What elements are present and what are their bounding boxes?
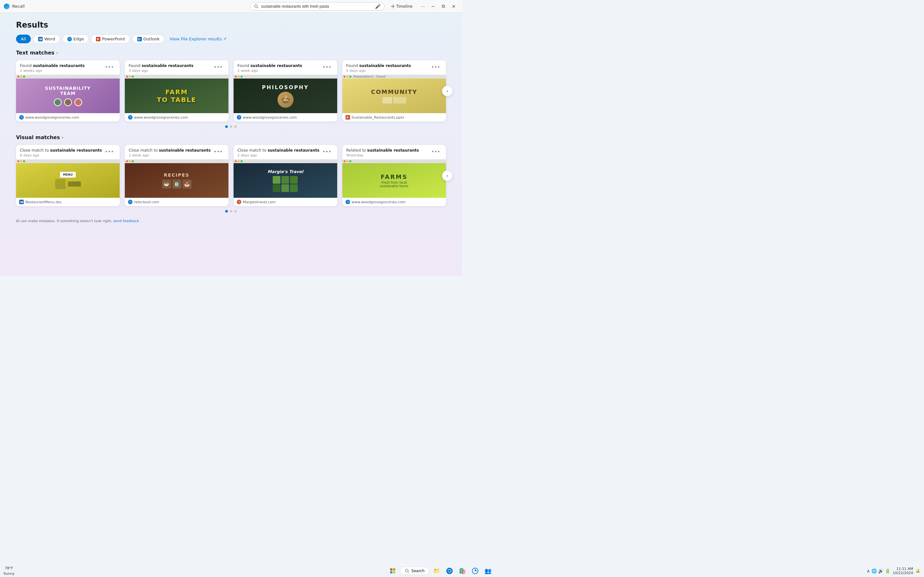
vm-card-menu-1[interactable]: ••• <box>103 148 116 155</box>
app-icon <box>4 3 10 9</box>
timeline-button[interactable]: Timeline <box>387 3 416 10</box>
svg-point-9 <box>19 115 24 119</box>
page-title: Results <box>16 21 446 29</box>
ai-disclaimer-text: AI can make mistakes. If something doesn… <box>16 219 112 223</box>
vm-card-header-4: Related to sustainable restaurants Yeste… <box>342 145 446 159</box>
vm-card-image-3: Margie's Travel <box>234 159 337 198</box>
text-matches-dot-1[interactable] <box>225 125 228 128</box>
vm-card-header-2: Close match to sustainable restaurants 1… <box>125 145 228 159</box>
visual-matches-label: Visual matches <box>16 134 60 140</box>
card-header-4: Found sustainable restaurants 5 days ago… <box>342 60 446 75</box>
card-title-2: Found sustainable restaurants <box>129 63 212 68</box>
vm-card-title-1: Close match to sustainable restaurants <box>20 148 103 153</box>
vm-card-source-2: relecloud.com <box>134 200 159 204</box>
view-file-explorer-link[interactable]: View File Explorer results ↗ <box>170 37 226 41</box>
visual-matches-chevron: › <box>62 135 63 140</box>
filter-bar: All W Word Edge P PowerPoint <box>16 35 446 43</box>
visual-matches-cards-section: Close match to sustainable restaurants 6… <box>16 145 446 206</box>
microphone-icon[interactable]: 🎤 <box>375 4 381 9</box>
send-feedback-link[interactable]: send feedback <box>113 219 140 223</box>
card-time-2: 3 days ago <box>129 69 212 73</box>
visual-matches-grid: Close match to sustainable restaurants 6… <box>16 145 446 206</box>
svg-text:P: P <box>97 38 99 41</box>
filter-edge-label: Edge <box>73 37 84 41</box>
text-matches-dot-2[interactable] <box>230 125 232 128</box>
vm-card-footer-2: relecloud.com <box>125 198 228 206</box>
close-button[interactable]: ✕ <box>449 2 458 11</box>
word-icon: W <box>38 37 43 41</box>
svg-line-1 <box>257 7 258 8</box>
vm-card-time-1: 6 days ago <box>20 153 103 157</box>
svg-point-11 <box>237 115 241 119</box>
visual-matches-dot-1[interactable] <box>225 210 228 213</box>
filter-word[interactable]: W Word <box>33 35 60 43</box>
timeline-icon <box>391 4 395 9</box>
search-bar[interactable]: 🎤 <box>250 2 384 11</box>
svg-point-18 <box>346 200 350 204</box>
search-icon <box>254 4 258 9</box>
visual-matches-next-button[interactable]: › <box>442 171 452 181</box>
more-button[interactable]: ⋯ <box>418 2 427 11</box>
visual-match-card-2[interactable]: Close match to sustainable restaurants 1… <box>125 145 228 206</box>
powerpoint-icon: P <box>96 37 100 41</box>
text-matches-header[interactable]: Text matches › <box>16 50 446 56</box>
visual-match-card-3[interactable]: Close match to sustainable restaurants 2… <box>234 145 337 206</box>
text-matches-next-button[interactable]: › <box>442 86 452 96</box>
text-match-card-3[interactable]: Found sustainable restaurants 1 week ago… <box>234 60 337 121</box>
vm-card-time-4: Yesterday <box>346 153 429 157</box>
send-feedback-label: send feedback <box>113 219 139 223</box>
edge-icon <box>67 37 72 41</box>
vm-card-menu-4[interactable]: ••• <box>429 148 442 155</box>
vm-card-source-1: RestaurantMenu.doc <box>25 200 62 204</box>
card-menu-2[interactable]: ••• <box>212 63 225 71</box>
visual-match-card-1[interactable]: Close match to sustainable restaurants 6… <box>16 145 120 206</box>
card-footer-2: www.woodgrovegroceries.com <box>125 113 228 121</box>
vm-card-image-4: FARMS Fresh from localsustainable farms <box>342 159 446 198</box>
text-matches-section: Text matches › Found sustainable restaur… <box>16 50 446 128</box>
svg-text:W: W <box>20 201 23 204</box>
main-content: Results All W Word Edge P PowerPoint <box>0 13 462 276</box>
vm-card-title-2: Close match to sustainable restaurants <box>129 148 212 153</box>
text-matches-chevron: › <box>57 51 58 55</box>
card-title-1: Found sustainable restaurants <box>20 63 103 68</box>
filter-outlook[interactable]: O Outlook <box>132 35 165 43</box>
search-input[interactable] <box>261 4 373 9</box>
filter-outlook-label: Outlook <box>144 37 160 41</box>
card-image-1: SUSTAINABILITYTEAM <box>16 75 120 113</box>
vm-card-image-1: MENU <box>16 159 120 198</box>
window-controls: ⋯ ─ ⧉ ✕ <box>418 2 458 11</box>
vm-card-menu-2[interactable]: ••• <box>212 148 225 155</box>
card-menu-3[interactable]: ••• <box>320 63 333 71</box>
restore-button[interactable]: ⧉ <box>439 2 448 11</box>
filter-all[interactable]: All <box>16 35 31 43</box>
card-source-1: www.woodgrovegroceries.com <box>25 115 79 119</box>
text-match-card-4[interactable]: Found sustainable restaurants 5 days ago… <box>342 60 446 121</box>
minimize-button[interactable]: ─ <box>429 2 438 11</box>
card-title-3: Found sustainable restaurants <box>237 63 320 68</box>
vm-card-footer-3: Margiestravel.com <box>234 198 337 206</box>
card-menu-1[interactable]: ••• <box>103 63 116 71</box>
text-matches-dots <box>16 125 446 128</box>
visual-matches-header[interactable]: Visual matches › <box>16 134 446 140</box>
ai-disclaimer: AI can make mistakes. If something doesn… <box>16 219 446 223</box>
visual-matches-dot-3[interactable] <box>234 210 237 213</box>
vm-card-title-3: Close match to sustainable restaurants <box>237 148 320 153</box>
timeline-label: Timeline <box>396 4 413 9</box>
vm-card-menu-3[interactable]: ••• <box>320 148 333 155</box>
text-matches-dot-3[interactable] <box>234 125 237 128</box>
app-title: Recall <box>12 4 247 9</box>
text-match-card-2[interactable]: Found sustainable restaurants 3 days ago… <box>125 60 228 121</box>
filter-edge[interactable]: Edge <box>63 35 89 43</box>
visual-matches-dot-2[interactable] <box>230 210 232 213</box>
filter-all-label: All <box>21 37 26 41</box>
visual-matches-section: Visual matches › Close match to sustaina… <box>16 134 446 213</box>
titlebar: Recall 🎤 Timeline ⋯ ─ ⧉ ✕ <box>0 0 462 13</box>
card-image-2: FARMTO TABLE <box>125 75 228 113</box>
visual-match-card-4[interactable]: Related to sustainable restaurants Yeste… <box>342 145 446 206</box>
external-link-icon: ↗ <box>223 37 226 41</box>
filter-powerpoint[interactable]: P PowerPoint <box>91 35 130 43</box>
filter-powerpoint-label: PowerPoint <box>102 37 125 41</box>
card-menu-4[interactable]: ••• <box>429 63 442 71</box>
card-source-3: www.woodgrovegroceries.com <box>243 115 297 119</box>
text-match-card-1[interactable]: Found sustainable restaurants 2 weeks ag… <box>16 60 120 121</box>
